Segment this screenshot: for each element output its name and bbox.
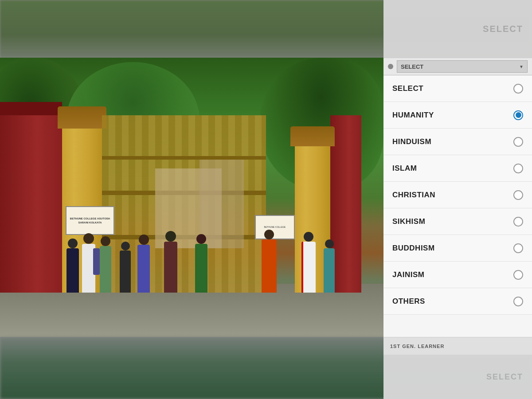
radio-circle-islam[interactable] [513, 164, 523, 173]
dropdown-item-label: JAINISM [392, 270, 424, 279]
dropdown-item[interactable]: OTHERS [383, 288, 532, 315]
dropdown-item-label: HUMANITY [392, 111, 434, 120]
dropdown-item-label: SELECT [392, 84, 423, 93]
panel-footer: 1ST GEN. LEARNER [383, 337, 532, 355]
panel-bottom-blur: SELECT [383, 355, 532, 399]
dropdown-item[interactable]: SIKHISM [383, 208, 532, 235]
main-container: BETHUNE COLLEGE ASUTOSH SARANI KOLKATA B… [0, 0, 532, 399]
dropdown-item-label: BUDDHISM [392, 244, 435, 253]
dropdown-select-box[interactable]: SELECT ▼ [397, 60, 528, 73]
panel-top-blur: SELECT [383, 0, 532, 58]
dropdown-item[interactable]: SELECT [383, 75, 532, 102]
radio-circle-christian[interactable] [513, 190, 523, 200]
dropdown-item-label: ISLAM [392, 164, 417, 173]
radio-circle-select[interactable] [513, 84, 523, 94]
dropdown-item-label: CHRISTIAN [392, 191, 435, 200]
dropdown-item[interactable]: CHRISTIAN [383, 182, 532, 208]
dropdown-item[interactable]: ISLAM [383, 155, 532, 182]
sign-text: BETHUNE COLLEGE ASUTOSH SARANI KOLKATA [68, 217, 112, 224]
dropdown-item-label: SIKHISM [392, 217, 425, 226]
dropdown-trigger-row[interactable]: SELECT ▼ [383, 58, 532, 75]
blurred-select-top: SELECT [483, 24, 523, 34]
radio-circle-humanity[interactable] [513, 110, 523, 120]
dropdown-item[interactable]: HUMANITY [383, 102, 532, 129]
radio-circle-buddhism[interactable] [513, 243, 523, 253]
dot-indicator [388, 64, 393, 69]
radio-circle-hinduism[interactable] [513, 137, 523, 147]
dropdown-item-label: HINDUISM [392, 137, 431, 146]
blurred-select-bottom: SELECT [486, 372, 523, 382]
radio-circle-others[interactable] [513, 297, 523, 306]
dropdown-list: SELECTHUMANITYHINDUISMISLAMCHRISTIANSIKH… [383, 75, 532, 337]
footer-label: 1ST GEN. LEARNER [390, 344, 444, 349]
dropdown-item[interactable]: BUDDHISM [383, 235, 532, 262]
radio-circle-jainism[interactable] [513, 270, 523, 280]
dropdown-current-value: SELECT [401, 63, 423, 70]
sign-board: BETHUNE COLLEGE ASUTOSH SARANI KOLKATA [66, 206, 114, 235]
radio-circle-sikhism[interactable] [513, 217, 523, 227]
dropdown-item-label: OTHERS [392, 297, 425, 306]
right-panel: SELECT SELECT ▼ SELECTHUMANITYHINDUISMIS… [383, 0, 532, 399]
dropdown-item[interactable]: JAINISM [383, 262, 532, 288]
dropdown-item[interactable]: HINDUISM [383, 129, 532, 155]
background-image: BETHUNE COLLEGE ASUTOSH SARANI KOLKATA B… [0, 58, 383, 337]
dropdown-arrow-icon: ▼ [519, 64, 524, 69]
